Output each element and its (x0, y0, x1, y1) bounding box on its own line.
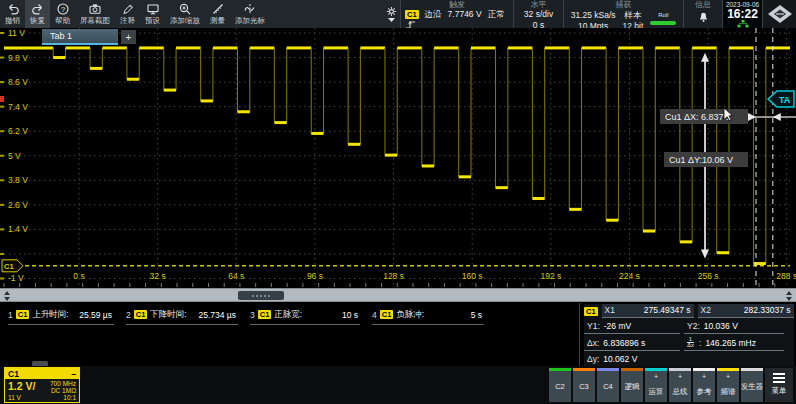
toolbar-item-label: 添加光标 (235, 16, 265, 26)
channel-button-运算[interactable]: +运算 (645, 368, 667, 402)
cursor-x2-field[interactable]: X2 282.33037 s (698, 304, 794, 318)
channel-button-label: C3 (579, 382, 589, 391)
info-title: 信息 (695, 0, 711, 10)
minimize-icon[interactable]: – (71, 369, 76, 379)
oscilloscope-screen: 撤销恢复?帮助屏幕截图注释预设添加缩放测量添加光标 触发 C1 边沿 7.774… (0, 0, 796, 404)
horizontal-scrollbar[interactable] (0, 288, 796, 302)
measurement-label: 上升时间: (32, 309, 68, 321)
measurement-results-bar: 1C1上升时间:25.59 µs2C1下降时间:25.734 µs3C1正脉宽:… (0, 303, 578, 333)
x2-value: 282.33037 s (715, 305, 791, 315)
channel-button-label: 运算 (649, 387, 664, 397)
measurement-value: 25.734 µs (190, 310, 236, 320)
y2-label: Y2: (687, 321, 700, 331)
waveform-display-area[interactable]: C1TACu1 ΔX: 6.837 sCu1 ΔY:10.06 V11 V9.8… (0, 28, 796, 288)
plus-icon: + (726, 373, 730, 381)
channel-color-bar (549, 368, 571, 371)
svg-text:Cu1 ΔY:10.06 V: Cu1 ΔY:10.06 V (669, 155, 733, 165)
horizontal-status-section[interactable]: 水平 32 s/div 0 s (513, 0, 563, 28)
toolbar-item-redo[interactable]: 恢复 (25, 0, 50, 28)
toolbar-item-cursor-add[interactable]: 添加光标 (230, 0, 270, 28)
add-tab-button[interactable]: + (121, 30, 136, 44)
undo-icon (7, 3, 19, 15)
camera-icon (89, 3, 101, 15)
channel-button-label: C4 (603, 382, 613, 391)
channel-button-发生器[interactable]: 发生器 (741, 368, 763, 402)
c1-dialog-handle[interactable] (32, 361, 48, 366)
channel-button-逻辑[interactable]: 逻辑 (621, 368, 643, 402)
trigger-type: 边沿 (425, 10, 442, 19)
toolbar-item-camera[interactable]: 屏幕截图 (75, 0, 115, 28)
toolbar-item-label: 测量 (210, 16, 225, 26)
channel1-box-header[interactable]: C1 – (5, 368, 79, 379)
toolbar-item-label: 恢复 (30, 16, 45, 26)
roll-progress-bar (650, 21, 676, 25)
trigger-level: 7.7746 V (448, 10, 482, 19)
channel-button-label: 总线 (673, 387, 688, 397)
info-section[interactable]: 信息 (683, 0, 722, 28)
clock-section[interactable]: 2023-09-06 16:22 (722, 0, 762, 28)
channel-color-bar (669, 368, 691, 371)
tab-tab1[interactable]: Tab 1 (42, 29, 118, 45)
help-icon: ? (57, 3, 69, 15)
channel-button-C4[interactable]: C4 (597, 368, 619, 402)
toolbar-item-label: 添加缩放 (170, 16, 200, 26)
svg-text:C1: C1 (4, 262, 14, 271)
channel1-offset: 11 V (8, 394, 21, 402)
scrollbar-left-spinner[interactable] (2, 290, 12, 302)
toolbar-item-monitor[interactable]: 预设 (140, 0, 165, 28)
toolbar-item-undo[interactable]: 撤销 (0, 0, 25, 28)
channel-color-bar (621, 368, 643, 371)
acquisition-mode: 样本 (624, 11, 641, 20)
toolbar-item-label: 撤销 (5, 16, 20, 26)
measurement-3[interactable]: 3C1正脉宽:10 s (250, 307, 360, 325)
scrollbar-right-spinner[interactable] (784, 290, 794, 302)
svg-text:TA: TA (779, 95, 791, 105)
channel-button-label: C2 (555, 382, 565, 391)
pencil-icon (122, 3, 134, 15)
measurement-1[interactable]: 1C1上升时间:25.59 µs (8, 307, 114, 325)
brand-diamond-icon (767, 4, 793, 24)
svg-text:Cu1 ΔX: 6.837 s: Cu1 ΔX: 6.837 s (665, 112, 731, 122)
measurement-4[interactable]: 4C1负脉冲:5 s (372, 307, 484, 325)
trigger-mode: 正常 (488, 10, 505, 19)
scrollbar-handle[interactable] (238, 291, 284, 300)
channel1-settings-box[interactable]: C1 – 1.2 V/ 700 MHz DC 1MΩ 11 V 10:1 (4, 367, 80, 403)
measurement-index: 1 (8, 310, 13, 320)
trigger-status-section[interactable]: 触发 C1 边沿 7.7746 V 正常 (400, 0, 513, 28)
channel-button-C2[interactable]: C2 (549, 368, 571, 402)
acquisition-status-section[interactable]: 捕获 31.25 kSa/s 10 Mpts 样本 12 bit Roll (563, 0, 683, 28)
svg-text:?: ? (60, 4, 64, 13)
header-bar: 撤销恢复?帮助屏幕截图注释预设添加缩放测量添加光标 触发 C1 边沿 7.774… (0, 0, 796, 28)
measurement-source-badge: C1 (380, 310, 394, 319)
menu-button[interactable]: 菜单 (765, 368, 793, 402)
rohde-schwarz-logo (762, 0, 796, 28)
toolbar-settings[interactable] (382, 0, 400, 28)
menu-button-label: 菜单 (772, 386, 787, 396)
toolbar-item-pencil[interactable]: 注释 (115, 0, 140, 28)
channel-button-参考[interactable]: +参考 (693, 368, 715, 402)
svg-text:256 s: 256 s (698, 271, 719, 281)
measurement-index: 4 (372, 310, 377, 320)
svg-text:2.6 V: 2.6 V (8, 200, 28, 210)
zoom-add-icon (179, 3, 191, 15)
roll-label: Roll (658, 12, 668, 18)
svg-text:9.8 V: 9.8 V (8, 53, 28, 63)
measurement-2[interactable]: 2C1下降时间:25.734 µs (126, 307, 238, 325)
channel-button-C3[interactable]: C3 (573, 368, 595, 402)
measurement-label: 正脉宽: (274, 309, 302, 321)
toolbar-item-help[interactable]: ?帮助 (50, 0, 75, 28)
sample-rate: 31.25 kSa/s (571, 11, 616, 20)
channel-color-bar (741, 368, 763, 371)
channel-button-总线[interactable]: +总线 (669, 368, 691, 402)
redo-icon (32, 3, 44, 15)
channel1-bandwidth: 700 MHz (50, 380, 76, 387)
signal-bar: C1 – 1.2 V/ 700 MHz DC 1MΩ 11 V 10:1 C2C… (0, 366, 796, 404)
cursor-x1-field[interactable]: X1 275.49347 s (602, 304, 694, 318)
monitor-icon (147, 3, 159, 15)
toolbar-item-zoom-add[interactable]: 添加缩放 (165, 0, 205, 28)
channel-button-频谱[interactable]: +频谱 (717, 368, 739, 402)
chevron-down-icon (388, 18, 395, 22)
cursor-results-panel[interactable]: C1 X1 275.49347 s X2 282.33037 s Y1: -26… (584, 304, 794, 366)
svg-text:96 s: 96 s (307, 271, 323, 281)
toolbar-item-measure[interactable]: 测量 (205, 0, 230, 28)
